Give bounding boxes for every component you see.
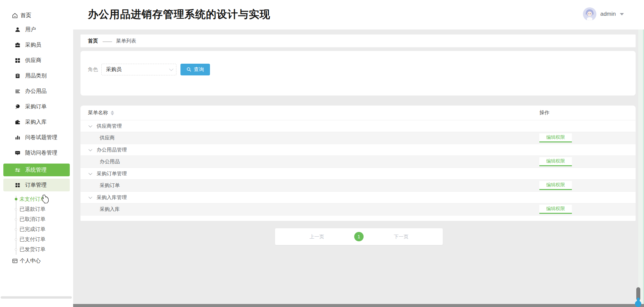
sidebar-item-users[interactable]: 用户	[3, 23, 70, 36]
sidebar-horizontal-scrollbar[interactable]	[1, 296, 72, 299]
table-row: 采购入库 编辑权限	[80, 203, 636, 216]
next-page-button[interactable]: 下一页	[394, 234, 409, 240]
scrollbar-knob[interactable]	[635, 301, 641, 307]
table-row-group[interactable]: 办公用品管理	[80, 144, 636, 156]
list-icon	[15, 88, 20, 94]
table-row: 办公用品 编辑权限	[80, 156, 636, 168]
submenu-item-cancelled-orders[interactable]: 已取消订单	[19, 215, 70, 224]
username-text: admin	[600, 11, 616, 17]
submenu-item-label: 已支付订单	[19, 236, 46, 243]
sidebar-item-label: 采购员	[25, 42, 41, 49]
edit-permission-button[interactable]: 编辑权限	[539, 205, 572, 214]
chevron-down-icon	[169, 67, 173, 71]
chevron-down-icon[interactable]	[89, 124, 92, 127]
chevron-down-icon[interactable]	[89, 195, 92, 199]
sidebar-item-label: 随访问卷管理	[25, 149, 57, 157]
role-label: 角色	[88, 66, 98, 73]
table-row-group[interactable]: 供应商管理	[80, 120, 636, 132]
sidebar-item-supplier[interactable]: 供应商	[3, 54, 70, 67]
role-select[interactable]: 采购员	[101, 64, 176, 75]
card-icon	[12, 258, 18, 264]
submenu-item-refunded-orders[interactable]: 已退款订单	[19, 205, 70, 213]
grid-icon	[15, 58, 20, 63]
chevron-down-icon	[620, 13, 624, 15]
edit-permission-button[interactable]: 编辑权限	[539, 157, 572, 166]
sidebar-item-label: 用户	[25, 26, 36, 33]
prev-page-button[interactable]: 上一页	[310, 234, 324, 240]
sidebar-item-purchase-order[interactable]: 采购订单	[3, 100, 70, 113]
avatar[interactable]	[583, 7, 596, 21]
breadcrumb-home[interactable]: 首页	[88, 38, 98, 44]
submenu-bullet	[15, 218, 17, 221]
right-scrollbar-track[interactable]	[638, 0, 644, 304]
sidebar-item-label: 订单管理	[25, 182, 47, 189]
bottom-scrollbar-track[interactable]	[73, 304, 644, 307]
page-number-current[interactable]: 1	[354, 232, 364, 241]
sidebar-item-purchaser[interactable]: 采购员	[3, 39, 70, 51]
sidebar-item-home[interactable]: 首页	[3, 9, 70, 22]
orders-grid-icon	[15, 182, 20, 188]
sidebar-item-office-supplies[interactable]: 办公用品	[3, 85, 70, 98]
bar-chart-icon	[15, 135, 20, 140]
submenu-item-label: 已完成订单	[19, 226, 46, 233]
table-row: 供应商 编辑权限	[80, 132, 636, 144]
menu-table: 菜单名称 操作 供应商管理 供应商 编辑权限 办公用品管理 办公用品 编辑权限 …	[80, 106, 636, 221]
sidebar-item-system-management[interactable]: 系统管理	[3, 164, 70, 176]
row-label: 采购入库	[100, 206, 120, 212]
submenu-item-unpaid-orders[interactable]: 未支付订单	[19, 195, 70, 203]
sidebar-item-label: 个人中心	[20, 257, 41, 264]
row-label: 采购订单管理	[97, 171, 127, 177]
breadcrumb: 首页 —— 菜单列表	[80, 35, 636, 47]
submenu-connector-line	[16, 196, 16, 255]
edit-permission-button[interactable]: 编辑权限	[539, 133, 572, 142]
submenu-item-label: 未支付订单	[19, 196, 46, 203]
search-icon	[186, 67, 192, 72]
sliders-icon	[15, 167, 20, 173]
column-header-menu-name: 菜单名称	[88, 110, 114, 116]
chevron-down-icon[interactable]	[89, 147, 92, 151]
submenu-item-label: 已取消订单	[19, 216, 46, 223]
table-header-row: 菜单名称 操作	[80, 106, 636, 120]
sidebar: 首页 用户 采购员 供应商 用品类别	[0, 0, 73, 307]
submenu-item-shipped-orders[interactable]: 已发货订单	[19, 245, 70, 254]
sidebar-item-label: 供应商	[25, 57, 41, 64]
user-menu[interactable]: admin	[583, 7, 624, 21]
sidebar-item-label: 问卷试题管理	[25, 134, 57, 141]
briefcase-icon	[15, 42, 20, 48]
chat-icon	[15, 150, 20, 156]
sidebar-item-supply-category[interactable]: 用品类别	[3, 69, 70, 82]
chevron-down-icon[interactable]	[89, 171, 92, 175]
table-row-group[interactable]: 采购入库管理	[80, 192, 636, 203]
edit-permission-button[interactable]: 编辑权限	[539, 181, 572, 190]
clipboard-icon	[15, 73, 20, 79]
sidebar-item-personal-center[interactable]: 个人中心	[12, 257, 41, 264]
sidebar-item-label: 用品类别	[25, 72, 47, 79]
row-label: 采购订单	[100, 182, 120, 189]
column-header-action: 操作	[539, 110, 549, 116]
submenu-item-completed-orders[interactable]: 已完成订单	[19, 225, 70, 234]
sidebar-item-label: 首页	[20, 12, 31, 19]
column-header-label: 菜单名称	[88, 110, 108, 116]
submenu-bullet	[15, 208, 17, 210]
role-select-value: 采购员	[106, 66, 122, 73]
page-title: 办公用品进销存管理系统的设计与实现	[88, 7, 270, 21]
sidebar-item-label: 办公用品	[25, 88, 47, 95]
sidebar-item-questionnaire-questions[interactable]: 问卷试题管理	[3, 131, 70, 144]
sidebar-item-label: 采购入库	[25, 119, 47, 126]
app-window: 首页 用户 采购员 供应商 用品类别	[0, 0, 644, 307]
row-label: 供应商	[100, 135, 115, 141]
wallet-icon	[15, 119, 20, 125]
sidebar-item-purchase-inbound[interactable]: 采购入库	[3, 116, 70, 128]
sidebar-item-label: 系统管理	[25, 167, 47, 174]
sidebar-item-order-management[interactable]: 订单管理	[3, 179, 70, 191]
search-button[interactable]: 查询	[180, 64, 210, 75]
table-row-group[interactable]: 采购订单管理	[80, 168, 636, 180]
sidebar-item-label: 采购订单	[25, 103, 47, 110]
user-icon	[15, 27, 20, 33]
submenu-item-paid-orders[interactable]: 已支付订单	[19, 235, 70, 244]
pagination: 上一页 1 下一页	[275, 228, 443, 245]
sort-icon[interactable]	[111, 111, 114, 115]
search-button-label: 查询	[194, 66, 204, 73]
sidebar-item-followup-questionnaire[interactable]: 随访问卷管理	[3, 146, 70, 159]
row-label: 办公用品	[100, 159, 120, 165]
